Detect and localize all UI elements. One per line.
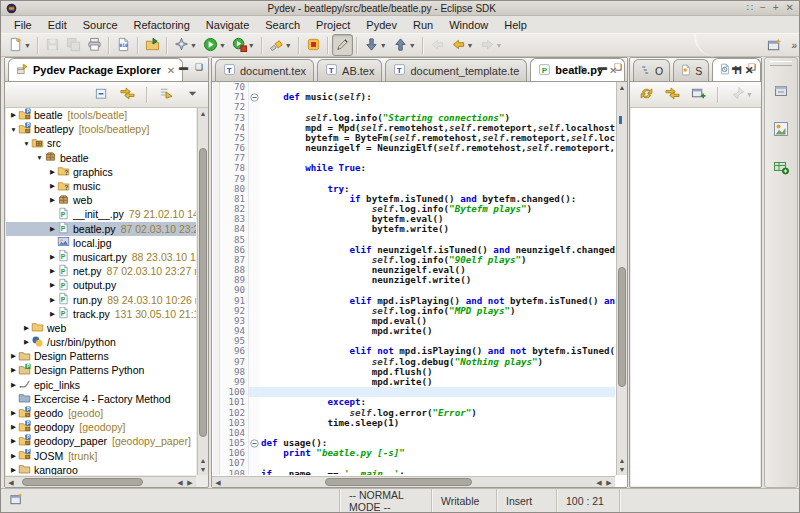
code-text[interactable]: self.log.error("Error")	[259, 408, 615, 418]
tree-item-excercise-4-factory-method[interactable]: Excercise 4 - Factory Method	[6, 392, 196, 406]
expander-icon[interactable]: ▶	[9, 466, 18, 474]
tree-item-geodo[interactable]: ▶Pgeodo[geodo]	[6, 406, 196, 420]
code-text[interactable]: mpd.write()	[259, 326, 615, 336]
next-annotation-button[interactable]: ▼	[361, 34, 390, 56]
menu-file[interactable]: File	[6, 18, 40, 32]
code-text[interactable]: bytefm.write()	[259, 224, 615, 234]
code-text[interactable]: bytefm.eval()	[259, 214, 615, 224]
dropdown-arrow-icon[interactable]: ▼	[190, 42, 197, 49]
view-menu-button[interactable]	[182, 84, 203, 106]
code-text[interactable]: elif not mpd.isPlaying() and not bytefm.…	[259, 346, 615, 356]
link-with-editor-button[interactable]	[117, 84, 138, 106]
expander-icon[interactable]: ▶	[22, 338, 31, 346]
fastview-2-button[interactable]	[769, 118, 793, 142]
tree-vertical-scrollbar[interactable]: ▲ ▲ ▼	[197, 108, 208, 475]
fastview-3-button[interactable]	[769, 156, 793, 180]
editor-tab-document-template-te[interactable]: Tdocument_template.te	[385, 59, 527, 81]
expander-icon[interactable]: ▶	[48, 267, 57, 275]
code-text[interactable]	[259, 153, 615, 163]
add-view-button[interactable]	[688, 84, 709, 106]
fastview-toggle[interactable]	[1, 489, 29, 512]
scroll-up-icon[interactable]: ▲	[198, 109, 208, 118]
tree-item-src[interactable]: ▼src	[6, 136, 196, 150]
minimize-right-view-icon[interactable]: ▬	[732, 63, 741, 72]
editor-scroll-up-icon[interactable]: ▲	[617, 83, 627, 92]
menu-window[interactable]: Window	[441, 18, 496, 32]
expander-icon[interactable]: ▼	[9, 126, 18, 133]
code-text[interactable]	[259, 102, 615, 112]
tree-item-music[interactable]: ▶?music	[6, 179, 196, 193]
dropdown-arrow-icon[interactable]: ▼	[285, 42, 292, 49]
run-external-button[interactable]: ▼	[229, 34, 258, 56]
new-wizard-button[interactable]: ▼	[5, 34, 34, 56]
menu-refactoring[interactable]: Refactoring	[126, 18, 198, 32]
code-text[interactable]: def usage():	[259, 438, 615, 448]
menu-source[interactable]: Source	[75, 18, 126, 32]
terminate-button[interactable]	[303, 34, 324, 56]
mark-occurrences-button[interactable]	[332, 34, 353, 56]
minimize-editor-icon[interactable]: ▬	[598, 63, 607, 75]
code-text[interactable]: neunzigelf.eval()	[259, 265, 615, 275]
code-text[interactable]	[259, 174, 615, 184]
tree-item-track-py[interactable]: ▶Ptrack.py131 30.05.10 21:16 matze	[6, 307, 196, 321]
dropdown-arrow-icon[interactable]: ▼	[24, 42, 31, 49]
code-text[interactable]: self.log.info("Starting connections")	[259, 113, 615, 123]
search-button[interactable]: ▼	[266, 34, 295, 56]
code-text[interactable]: neunzigelf = NeunzigElf(self.remotehost,…	[259, 143, 615, 153]
editor-scroll-left2-icon[interactable]: ◀	[594, 477, 604, 487]
expander-icon[interactable]: ▶	[48, 182, 57, 190]
expander-icon[interactable]: ▶	[9, 111, 18, 119]
dropdown-arrow-icon[interactable]: ▼	[409, 42, 416, 49]
code-text[interactable]	[259, 82, 615, 92]
scroll-left-icon[interactable]: ◀	[6, 477, 16, 487]
expander-icon[interactable]: ▶	[9, 409, 18, 417]
scroll-left2-icon[interactable]: ◀	[175, 477, 185, 487]
code-text[interactable]	[259, 336, 615, 346]
minimize-icon[interactable]: −	[760, 3, 766, 13]
binary-file-button[interactable]: 010	[113, 34, 134, 56]
editor-tab-overflow[interactable]: »4	[578, 63, 587, 75]
refresh-button[interactable]	[636, 84, 657, 106]
open-wizard-button[interactable]	[142, 34, 163, 56]
collapse-all-button[interactable]	[91, 84, 112, 106]
editor-tab-document-tex[interactable]: Tdocument.tex	[215, 59, 314, 81]
editor-scroll-down-icon[interactable]: ▼	[617, 465, 627, 474]
scroll-down-icon[interactable]: ▼	[198, 465, 208, 474]
code-text[interactable]: elif mpd.isPlaying() and not bytefm.isTu…	[259, 296, 615, 306]
menu-edit[interactable]: Edit	[40, 18, 75, 32]
previous-annotation-button[interactable]: ▼	[390, 34, 419, 56]
scroll-right-icon[interactable]: ▶	[185, 477, 195, 487]
code-text[interactable]: self.log.debug("Nothing plays")	[259, 357, 615, 367]
maximize-right-view-icon[interactable]: ❏	[748, 63, 756, 72]
tree-item-beatle-py[interactable]: ▶Pbeatle.py87 02.03.10 23:27 matze	[6, 222, 196, 236]
tree-item--init-py[interactable]: P__init__.py79 21.02.10 14:59 matze	[6, 207, 196, 221]
code-text[interactable]: time.sleep(1)	[259, 418, 615, 428]
perspective-overflow[interactable]: »	[791, 40, 796, 51]
right-tab-o[interactable]: O	[633, 59, 670, 81]
expander-icon[interactable]: ▶	[48, 296, 57, 304]
tree-item-geodopy-paper[interactable]: ▶Pgeodopy_paper[geodopy_paper]	[6, 434, 196, 448]
editor-vertical-scrollbar[interactable]: ▲ ▲ ▼	[616, 82, 627, 475]
expander-icon[interactable]: ▶	[48, 225, 57, 233]
expander-icon[interactable]: ▶	[9, 452, 18, 460]
code-text[interactable]: if __name__ == '__main__':	[259, 469, 615, 475]
tab-package-explorer[interactable]: Pydev Package Explorer ✕	[8, 58, 183, 81]
code-text[interactable]: elif neunzigelf.isTuned() and neunzigelf…	[259, 245, 615, 255]
expander-icon[interactable]: ▶	[9, 437, 18, 445]
code-text[interactable]	[259, 387, 615, 397]
code-text[interactable]	[259, 285, 615, 295]
editor-horizontal-scrollbar[interactable]: ◀ ◀ ▶	[212, 476, 615, 487]
code-text[interactable]	[259, 458, 615, 468]
scroll-up2-icon[interactable]: ▲	[198, 456, 208, 465]
expander-icon[interactable]: ▶	[9, 366, 18, 374]
close-icon[interactable]: ✕	[786, 3, 794, 13]
tree-item-beatle[interactable]: ▶Pbeatle[tools/beatle]	[6, 108, 196, 122]
tree-item-beatle[interactable]: ▼beatle	[6, 151, 196, 165]
tree-item-net-py[interactable]: ▶Pnet.py87 02.03.10 23:27 matze	[6, 264, 196, 278]
code-text[interactable]: if bytefm.isTuned() and bytefm.changed()…	[259, 194, 615, 204]
code-editor[interactable]: 7071def music(self):7273self.log.info("S…	[213, 82, 615, 475]
tree-item-local-jpg[interactable]: local.jpg	[6, 236, 196, 250]
tree-item-geodopy[interactable]: ▶Pgeodopy[geodopy]	[6, 420, 196, 434]
editor-scroll-right-icon[interactable]: ▶	[604, 477, 614, 487]
dropdown-arrow-icon[interactable]: ▼	[380, 42, 387, 49]
